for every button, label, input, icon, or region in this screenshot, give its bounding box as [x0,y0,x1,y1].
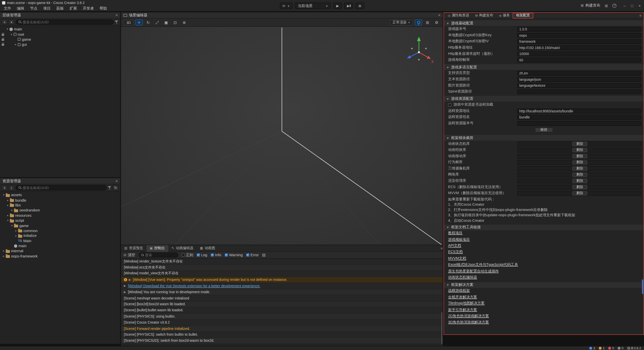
scale-tool-button[interactable]: ⤢ [153,19,161,26]
expand-arrow-icon[interactable]: ▸ [6,198,10,202]
play-button[interactable]: ▶ [333,3,342,9]
doc-link[interactable]: API文档 [448,243,461,248]
assets-node-libs[interactable]: ▸libs [0,203,120,208]
property-input[interactable] [517,39,641,44]
section-header-4[interactable]: ▼框架文档工具链接 [444,224,643,230]
tab-服务[interactable]: ≋服务 [496,13,513,19]
panel-layout-icon[interactable]: ⊞ [605,4,608,8]
menu-面板[interactable]: 面板 [54,6,67,11]
delete-module-button[interactable]: 删除 [572,191,587,195]
doc-link[interactable]: 动画状态机编辑器 [448,275,477,280]
assets-node-internal[interactable]: ▸internal [0,248,120,253]
menu-节点[interactable]: 节点 [27,6,40,11]
tab-资源预览[interactable]: ▤资源预览 [121,245,146,251]
rotate-tool-button[interactable]: ↻ [144,19,152,26]
console-log-row[interactable]: [Scene] [bullet]:bullet wasm lib loaded. [121,308,443,314]
tab-动画图[interactable]: ▦动画图 [197,245,219,251]
filter-icon[interactable] [108,186,112,190]
console-log-row[interactable]: [Scene] Forward render pipeline initiali… [121,326,443,332]
assets-node-game[interactable]: ▾game [0,223,120,228]
console-log-row[interactable]: [Window] model_view文件夹不存在 [121,271,443,277]
build-publish-button[interactable]: ⚒ 构建发布 [581,3,600,8]
assets-node-seedrandom[interactable]: ▸seedrandom [0,208,120,213]
menu-开发者[interactable]: 开发者 [80,6,97,11]
scene-editor-header[interactable]: 场景编辑器 ≡ [121,12,443,19]
panel-menu-icon[interactable]: ≡ [639,14,644,18]
gizmo-x-label[interactable]: X [431,60,434,64]
filter-icon[interactable] [115,20,118,24]
console-search-input[interactable] [145,253,176,257]
doc-link[interactable]: Tiledmap地图解决方案 [448,301,485,306]
view-mode-toggle[interactable]: 3D [124,20,134,25]
collapse-arrow-icon[interactable]: ▾ [6,219,10,222]
doc-link[interactable]: Excel格式转Json文件与TypeScript代码工具 [448,262,518,268]
step-button[interactable]: ▶ [344,3,353,9]
hierarchy-node-main[interactable]: ▾main [0,27,120,32]
property-input[interactable] [517,108,641,113]
expand-arrow-icon[interactable]: ▸ [14,234,18,237]
menu-扩展[interactable]: 扩展 [67,6,80,11]
console-log-row[interactable]: [Window] ecs文件夹不存在 [121,265,443,271]
tab-动画编辑器[interactable]: ✎动画编辑器 [168,245,196,251]
gizmo-space-button[interactable]: ⊕ [181,19,188,26]
menu-帮助[interactable]: 帮助 [97,6,110,11]
assets-node-common[interactable]: ▸common [0,228,120,233]
property-input[interactable] [517,121,641,126]
property-input[interactable] [517,45,641,50]
expand-arrow-icon[interactable]: ▸ [6,204,10,207]
hierarchy-node-gui[interactable]: ▸gui [0,42,120,47]
console-log-row[interactable]: ▶[Window] You are running Vue in develop… [121,289,443,295]
section-header-0[interactable]: ▼游戏基础配置 [444,20,643,26]
expand-arrow-icon[interactable]: ▸ [14,229,18,232]
collapse-arrow-icon[interactable]: ▾ [10,224,14,227]
scene-settings-button[interactable]: ⚙ [433,19,440,26]
expand-arrow-icon[interactable]: ▶ [124,284,126,287]
console-log-row[interactable]: [Scene] [PHYSICS2D]: switch from box2d-w… [121,338,443,344]
create-menu-button[interactable]: ▼ [9,19,14,25]
console-log-row[interactable]: [Scene] [box2d]:box2d wasm lib loaded. [121,301,443,307]
render-mode-dropdown[interactable]: 正常渲染 ▼ [390,20,413,25]
property-input[interactable] [517,33,641,38]
section-header-1[interactable]: ▼游戏多语言配置 [444,64,643,70]
delete-module-button[interactable]: 删除 [572,160,587,164]
export-log-icon[interactable]: ▤ [262,253,266,257]
console-log-row[interactable]: [Scene] [PHYSICS]: switch from builtin t… [121,332,443,338]
menu-项目[interactable]: 项目 [40,6,53,11]
panel-menu-icon[interactable]: ≡ [440,246,443,250]
scene-grid-toggle[interactable]: ⊞ [424,19,431,26]
assets-node-assets[interactable]: ▾assets [0,193,120,198]
property-input[interactable] [517,77,641,82]
scene-selector-dropdown[interactable]: 当前场景 ▼ [295,3,331,9]
gizmo-pivot-button[interactable]: ⊡ [172,19,179,26]
console-scrollbar[interactable] [441,312,442,344]
panel-menu-icon[interactable]: ≡ [438,13,440,17]
console-log-row[interactable]: ▶[Window] Download the Vue Devtools exte… [121,283,443,289]
property-input[interactable] [517,83,641,88]
preview-target-dropdown[interactable]: ⊳ ▼ [280,3,293,9]
close-button[interactable]: × [638,4,641,8]
assets-node-Main[interactable]: TSMain [0,238,120,243]
delete-module-button[interactable]: 删除 [572,185,587,189]
assets-node-initialize[interactable]: ▸initialize [0,233,120,238]
expand-arrow-icon[interactable]: ▸ [14,43,18,46]
doc-link[interactable]: 游戏模板项目 [448,237,470,242]
section-header-5[interactable]: ▼框架解决方案 [444,282,643,288]
menu-编辑[interactable]: 编辑 [14,6,27,11]
refresh-assets-button[interactable]: ↻ [113,185,118,190]
property-input[interactable] [517,57,641,62]
doc-link[interactable]: 战棋游戏框架 [448,288,470,293]
filter-Info[interactable]: Info [211,253,221,257]
inspector-scrollbar[interactable] [642,279,643,294]
doc-link[interactable]: MVVM文档 [448,256,466,261]
doc-link[interactable]: 新手引导解决方案 [448,308,477,313]
console-log-row[interactable]: [Scene] meshopt wasm decoder initialized [121,295,443,301]
delete-module-button[interactable]: 删除 [572,142,587,146]
filter-Warning[interactable]: Warning [224,253,243,257]
section-header-3[interactable]: ▼框架模块裁剪 [444,135,643,141]
status-error-count[interactable]: 0 [608,346,614,350]
menu-文件[interactable]: 文件 [1,6,14,11]
doc-link[interactable]: 3D角色扮演游戏解决方案 [448,320,489,325]
delete-module-button[interactable]: 删除 [572,166,587,171]
delete-module-button[interactable]: 删除 [572,148,587,152]
collapse-arrow-icon[interactable]: ▾ [10,33,14,36]
